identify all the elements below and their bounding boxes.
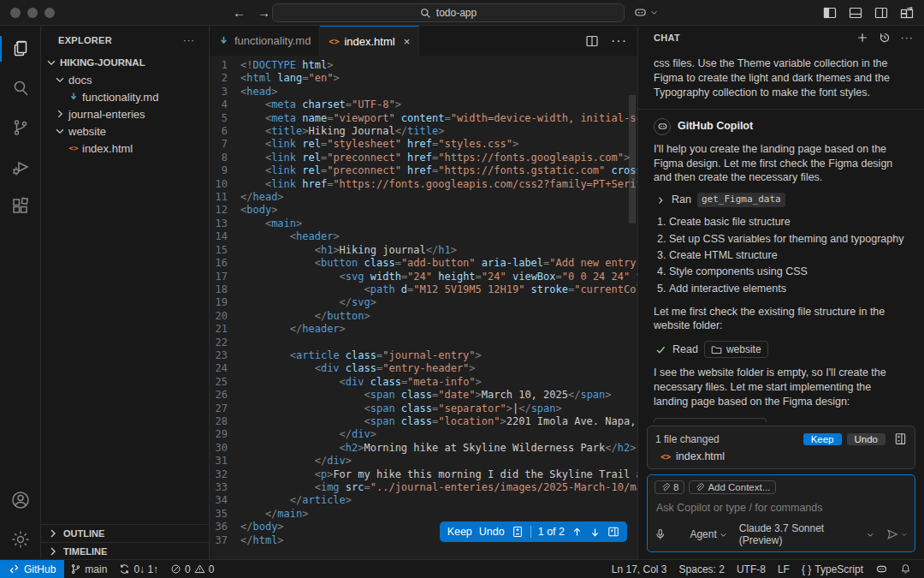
toggle-panel-icon[interactable] xyxy=(849,6,862,20)
chat-input-box[interactable]: 8 Add Context... Ask Copilot or type / f… xyxy=(647,474,915,552)
customize-layout-icon[interactable] xyxy=(900,6,914,20)
undo-all-button[interactable]: Undo xyxy=(847,433,886,445)
tool-read-label: Read xyxy=(672,343,698,357)
toggle-primary-sidebar-icon[interactable] xyxy=(823,6,837,20)
next-change-icon[interactable] xyxy=(589,527,601,538)
tree-item-docs[interactable]: docs xyxy=(41,71,209,88)
model-selector[interactable]: Claude 3.7 Sonnet (Preview) xyxy=(739,522,874,546)
remote-indicator[interactable]: GitHub xyxy=(0,560,64,578)
microphone-icon[interactable] xyxy=(654,528,666,540)
editor-scrollbar[interactable] xyxy=(629,95,636,223)
encoding[interactable]: UTF-8 xyxy=(731,563,772,575)
new-chat-icon[interactable] xyxy=(856,32,868,44)
copilot-status[interactable] xyxy=(869,563,894,575)
plan-step: Create HTML structure xyxy=(669,248,909,263)
lines-added: +37 xyxy=(728,420,745,422)
tool-call-read[interactable]: Read website xyxy=(655,341,909,358)
code-line: 22 xyxy=(210,337,637,349)
activity-extensions[interactable] xyxy=(0,187,41,226)
toggle-secondary-sidebar-icon[interactable] xyxy=(874,6,888,20)
diff-file-icon[interactable] xyxy=(512,526,524,538)
command-center-search[interactable]: todo-app xyxy=(272,3,625,22)
search-icon xyxy=(420,8,431,19)
minimize-window-button[interactable] xyxy=(27,8,38,18)
close-tab-icon[interactable]: × xyxy=(404,35,411,48)
chevron-right-icon xyxy=(46,527,60,540)
settings-button[interactable] xyxy=(0,520,41,559)
code-line: 12<body> xyxy=(210,204,637,217)
tab-label: functionality.md xyxy=(234,34,311,47)
chevron-down-icon xyxy=(44,56,58,69)
changed-file-row[interactable]: <> index.html xyxy=(655,450,907,462)
code-line: 18 <path d="M12 5V19M5 12H19" stroke="cu… xyxy=(210,283,637,296)
timeline-section[interactable]: TIMELINE xyxy=(41,542,209,559)
tree-item-label: docs xyxy=(68,74,92,86)
branch-indicator[interactable]: main xyxy=(64,563,113,575)
undo-change-button[interactable]: Undo xyxy=(479,526,505,538)
code-line: 11</head> xyxy=(210,191,637,204)
chat-panel-title: CHAT xyxy=(654,33,680,43)
tool-call-ran[interactable]: Ran get_Figma_data xyxy=(655,193,909,207)
language-mode[interactable]: { } TypeScript xyxy=(796,563,869,575)
editor-more-actions-button[interactable]: ··· xyxy=(611,33,627,49)
copilot-menu-button[interactable] xyxy=(633,5,658,20)
explorer-sidebar: EXPLORER ··· HIKING-JOURNALdocsfunctiona… xyxy=(41,26,210,559)
chat-messages[interactable]: css files. Use the Theme variable collec… xyxy=(638,50,924,422)
previous-change-icon[interactable] xyxy=(572,527,583,538)
error-icon xyxy=(170,563,181,575)
activity-source-control[interactable] xyxy=(0,108,41,147)
cursor-position[interactable]: Ln 17, Col 3 xyxy=(606,563,673,575)
activity-explorer[interactable] xyxy=(0,29,41,69)
keep-change-button[interactable]: Keep xyxy=(447,526,472,538)
code-line: 4 <meta charset="UTF-8"> xyxy=(210,98,637,111)
tree-item-functionality.md[interactable]: functionality.md xyxy=(41,88,209,105)
search-icon xyxy=(10,78,31,98)
open-diff-icon[interactable] xyxy=(607,526,619,538)
send-button[interactable] xyxy=(886,528,908,540)
maximize-window-button[interactable] xyxy=(44,8,55,18)
tree-item-label: website xyxy=(68,125,106,138)
outline-section[interactable]: OUTLINE xyxy=(41,525,209,542)
eol-sequence[interactable]: LF xyxy=(772,563,796,575)
tab-index-html[interactable]: <> index.html × xyxy=(320,26,419,56)
code-editor[interactable]: 1<!DOCTYPE html>2<html lang="en">3<head>… xyxy=(210,56,637,559)
tool-ran-label: Ran xyxy=(672,193,691,207)
split-editor-icon[interactable] xyxy=(585,34,599,48)
view-diff-icon[interactable] xyxy=(894,432,907,445)
chat-history-icon[interactable] xyxy=(879,32,891,44)
sidebar-more-actions-button[interactable]: ··· xyxy=(183,35,195,45)
go-forward-button[interactable]: → xyxy=(258,5,270,20)
edited-file-chip[interactable]: <> index.html +37 -1 xyxy=(654,418,767,422)
attachments-chip[interactable]: 8 xyxy=(654,480,684,494)
assistant-paragraph: Let me first check the existing file str… xyxy=(654,305,909,334)
window-controls[interactable] xyxy=(10,8,55,18)
accounts-button[interactable] xyxy=(0,480,41,520)
mode-selector[interactable]: Agent xyxy=(690,528,726,540)
check-icon xyxy=(655,344,666,355)
tree-item-index.html[interactable]: <>index.html xyxy=(41,140,209,157)
chat-panel: CHAT ··· css files. Use the Theme variab… xyxy=(637,26,924,559)
chat-more-actions-button[interactable]: ··· xyxy=(901,32,915,44)
close-window-button[interactable] xyxy=(10,8,21,18)
tree-item-website[interactable]: website xyxy=(41,122,209,140)
notifications-bell[interactable] xyxy=(894,563,917,575)
problems-indicator[interactable]: 0 0 xyxy=(164,563,220,575)
tab-functionality-md[interactable]: functionality.md xyxy=(210,26,320,56)
go-back-button[interactable]: ← xyxy=(233,5,246,20)
send-icon xyxy=(886,528,898,540)
activity-search[interactable] xyxy=(0,69,41,108)
activity-run-debug[interactable] xyxy=(0,147,41,187)
tree-item-journal-enteries[interactable]: journal-enteries xyxy=(41,105,209,122)
tree-item-label: HIKING-JOURNAL xyxy=(60,57,145,68)
keep-all-button[interactable]: Keep xyxy=(803,433,842,445)
add-context-button[interactable]: Add Context... xyxy=(689,480,776,494)
warning-icon xyxy=(194,563,205,575)
chat-input-field[interactable]: Ask Copilot or type / for commands xyxy=(654,500,908,522)
tree-item-hiking-journal[interactable]: HIKING-JOURNAL xyxy=(41,54,209,71)
search-value: todo-app xyxy=(436,7,477,19)
read-target-chip[interactable]: website xyxy=(704,341,768,358)
indentation[interactable]: Spaces: 2 xyxy=(673,563,731,575)
plan-step: Style components using CSS xyxy=(669,265,909,279)
assistant-paragraph: I'll help you create the landing page ba… xyxy=(654,142,909,186)
sync-indicator[interactable]: 0↓ 1↑ xyxy=(113,563,164,575)
